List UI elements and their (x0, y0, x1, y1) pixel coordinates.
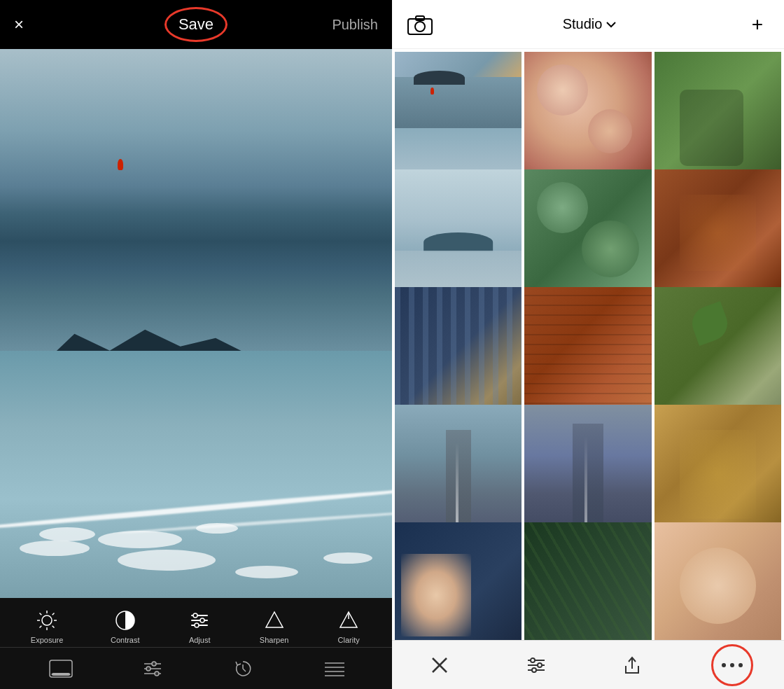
svg-point-14 (200, 618, 204, 622)
tools-bar: Exposure Contrast (0, 598, 392, 689)
bottom-tools-row (0, 647, 392, 689)
svg-line-7 (52, 613, 55, 615)
svg-rect-20 (52, 673, 69, 676)
photo-editor-canvas (0, 49, 392, 598)
svg-point-40 (415, 22, 425, 32)
grid-photo-misty[interactable] (395, 169, 522, 296)
svg-line-30 (243, 669, 246, 671)
grid-photo-brick[interactable] (524, 287, 651, 414)
svg-point-15 (195, 623, 199, 627)
svg-point-22 (68, 673, 70, 675)
ice-patches (0, 512, 392, 586)
grid-photo-ivy[interactable] (654, 287, 781, 414)
grid-photo-flowers1[interactable] (395, 522, 522, 640)
grid-photo-flower2[interactable] (654, 522, 781, 640)
svg-line-5 (40, 613, 42, 615)
svg-rect-12 (191, 625, 208, 626)
left-panel: × Save Publish (0, 0, 392, 689)
grid-photo-ferns[interactable] (524, 522, 651, 640)
svg-point-0 (42, 615, 52, 625)
contrast-icon (113, 608, 138, 633)
grid-photo-roses[interactable] (524, 52, 651, 179)
clarity-label: Clarity (338, 636, 360, 644)
footer-share-button[interactable] (615, 648, 649, 683)
left-header: × Save Publish (0, 0, 392, 49)
right-header: Studio + (392, 0, 784, 49)
sharpen-label: Sharpen (260, 636, 289, 644)
svg-line-8 (40, 626, 42, 628)
svg-point-21 (51, 673, 53, 675)
more-icon (718, 660, 746, 670)
save-button[interactable]: Save (167, 11, 225, 38)
red-figure (118, 159, 123, 170)
contrast-label: Contrast (111, 636, 140, 644)
svg-point-26 (152, 662, 156, 666)
grid-photo-beach-red[interactable] (395, 52, 522, 179)
studio-dropdown-button[interactable]: Studio (563, 16, 617, 32)
svg-point-27 (146, 667, 150, 671)
adjust-icon (187, 608, 212, 633)
bottom-tool-filter[interactable] (48, 659, 74, 678)
grid-photo-child[interactable] (654, 52, 781, 179)
tool-contrast[interactable]: Contrast (111, 608, 140, 644)
grid-photo-road2[interactable] (524, 405, 651, 531)
water-area (0, 351, 392, 598)
bottom-tool-sliders[interactable] (141, 659, 164, 678)
footer-more-button[interactable] (711, 653, 753, 677)
publish-button[interactable]: Publish (332, 17, 378, 33)
grid-photo-succulents[interactable] (524, 169, 651, 296)
svg-point-13 (193, 613, 197, 618)
adjust-label: Adjust (189, 636, 211, 644)
clarity-icon (336, 608, 361, 633)
chevron-down-icon (606, 21, 616, 28)
svg-point-48 (538, 663, 542, 667)
share-icon (622, 655, 642, 676)
tool-clarity[interactable]: Clarity (336, 608, 361, 644)
close-button[interactable]: × (14, 16, 24, 33)
exposure-label: Exposure (31, 636, 63, 644)
grid-photo-road1[interactable] (395, 405, 522, 531)
photo-grid (392, 49, 784, 640)
grid-photo-rust[interactable] (654, 169, 781, 296)
svg-point-53 (738, 663, 743, 667)
tools-row: Exposure Contrast (0, 598, 392, 647)
tool-adjust[interactable]: Adjust (187, 608, 212, 644)
svg-line-6 (52, 626, 55, 628)
right-footer (392, 640, 784, 689)
footer-close-button[interactable] (423, 648, 456, 682)
svg-rect-11 (191, 620, 208, 621)
svg-point-47 (531, 658, 535, 662)
grid-photo-peeling[interactable] (395, 287, 522, 414)
close-icon (430, 655, 449, 675)
add-button[interactable]: + (745, 12, 770, 37)
svg-point-52 (730, 663, 734, 667)
svg-point-51 (722, 663, 726, 667)
tool-sharpen[interactable]: Sharpen (260, 608, 289, 644)
right-panel: Studio + (392, 0, 784, 689)
bottom-tool-stack[interactable] (322, 659, 344, 678)
tool-exposure[interactable]: Exposure (31, 608, 63, 644)
exposure-icon (34, 608, 59, 633)
footer-adjust-button[interactable] (519, 648, 554, 682)
grid-photo-feather[interactable] (654, 405, 781, 531)
bottom-tool-history[interactable] (232, 657, 254, 680)
camera-icon (406, 11, 434, 39)
sliders-icon (526, 655, 547, 675)
svg-point-49 (532, 668, 536, 672)
beach-photo (0, 49, 392, 598)
svg-marker-16 (266, 612, 283, 627)
svg-point-28 (155, 671, 159, 676)
sharpen-icon (262, 608, 287, 633)
